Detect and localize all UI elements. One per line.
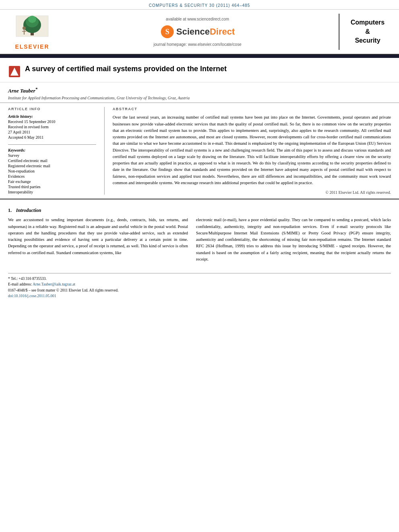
- received-date: Received 15 September 2010: [8, 119, 96, 124]
- elsevier-tree-icon: [14, 14, 50, 42]
- section-number: 1.: [8, 207, 12, 213]
- author-name: Arne Tauber*: [8, 86, 391, 94]
- left-column: ARTICLE INFO Article history: Received 1…: [8, 107, 105, 195]
- dark-bar: [0, 55, 399, 58]
- journal-header-text: COMPUTERS & SECURITY 30 (2011) 464–485: [149, 3, 250, 8]
- sciencedirect-logo: S ScienceDirect: [160, 25, 235, 39]
- abstract-label: ABSTRACT: [113, 107, 391, 111]
- keyword-1: Survey: [8, 153, 96, 158]
- author-affiliation: Institute for Applied Information Proces…: [8, 96, 391, 100]
- journal-homepage: journal homepage: www.elsevier.com/locat…: [154, 42, 241, 47]
- article-info-abstract: ARTICLE INFO Article history: Received 1…: [0, 103, 399, 199]
- intro-left-text: We are accustomed to sending important d…: [8, 217, 188, 256]
- svg-point-5: [23, 27, 26, 30]
- footnote-email: E-mail address: Arne.Tauber@iaik.tugraz.…: [8, 281, 391, 287]
- revised-date1: Received in revised form: [8, 125, 96, 129]
- intro-right-text: electronic mail (e-mail), have a poor ev…: [196, 217, 391, 263]
- footnote-issn: 0167-4048/$ – see front matter © 2011 El…: [8, 288, 391, 293]
- top-section: ELSEVIER available at www.sciencedirect.…: [0, 10, 399, 55]
- footnote-doi: doi:10.1016/j.cose.2011.05.001: [8, 294, 391, 298]
- elsevier-brand: ELSEVIER: [15, 43, 49, 50]
- elsevier-logo: ELSEVIER: [8, 14, 56, 50]
- journal-name-right: Computers & Security: [339, 14, 391, 50]
- svg-point-4: [28, 16, 36, 23]
- footnote-tel: * Tel.: +43 316 8735533.: [8, 276, 391, 281]
- sciencedirect-label: ScienceDirect: [176, 27, 235, 37]
- article-icon: [8, 65, 21, 78]
- keyword-5: Evidences: [8, 174, 96, 179]
- section-header: 1. Introduction: [8, 207, 391, 214]
- keyword-4: Non-repudiation: [8, 169, 96, 173]
- article-title: A survey of certified mail systems provi…: [25, 64, 226, 74]
- journal-middle: available at www.sciencedirect.com S Sci…: [56, 14, 339, 50]
- sciencedirect-icon: S: [160, 25, 175, 39]
- keywords-section: Keywords: Survey Certified electronic ma…: [8, 144, 96, 194]
- intro-left-col: We are accustomed to sending important d…: [8, 217, 188, 263]
- keyword-8: Interoperability: [8, 190, 96, 194]
- two-col-content: We are accustomed to sending important d…: [8, 217, 391, 263]
- keywords-label: Keywords:: [8, 148, 96, 152]
- main-content: 1. Introduction We are accustomed to sen…: [0, 199, 399, 267]
- keyword-6: Fair exchange: [8, 179, 96, 184]
- available-text: available at www.sciencedirect.com: [166, 17, 229, 21]
- keyword-2: Certified electronic mail: [8, 158, 96, 163]
- revised-date2: 27 April 2011: [8, 130, 96, 134]
- abstract-text: Over the last several years, an increasi…: [113, 114, 391, 186]
- copyright-line: © 2011 Elsevier Ltd. All rights reserved…: [113, 190, 391, 195]
- intro-right-col: electronic mail (e-mail), have a poor ev…: [196, 217, 391, 263]
- svg-text:S: S: [165, 28, 169, 36]
- history-label: Article history:: [8, 114, 96, 119]
- journal-title: Computers & Security: [351, 18, 385, 45]
- article-info-label: ARTICLE INFO: [8, 107, 96, 111]
- section-title: Introduction: [16, 207, 41, 213]
- right-column: ABSTRACT Over the last several years, an…: [105, 107, 391, 195]
- journal-header: COMPUTERS & SECURITY 30 (2011) 464–485: [0, 0, 399, 10]
- footnote-email-link[interactable]: Arne.Tauber@iaik.tugraz.at: [33, 282, 75, 286]
- accepted-date: Accepted 6 May 2011: [8, 135, 96, 140]
- keyword-7: Trusted third parties: [8, 185, 96, 189]
- article-history: Article history: Received 15 September 2…: [8, 114, 96, 140]
- article-title-section: A survey of certified mail systems provi…: [0, 58, 399, 82]
- footnote-section: * Tel.: +43 316 8735533. E-mail address:…: [8, 273, 391, 298]
- keyword-3: Registered electronic mail: [8, 164, 96, 168]
- author-section: Arne Tauber* Institute for Applied Infor…: [0, 82, 399, 103]
